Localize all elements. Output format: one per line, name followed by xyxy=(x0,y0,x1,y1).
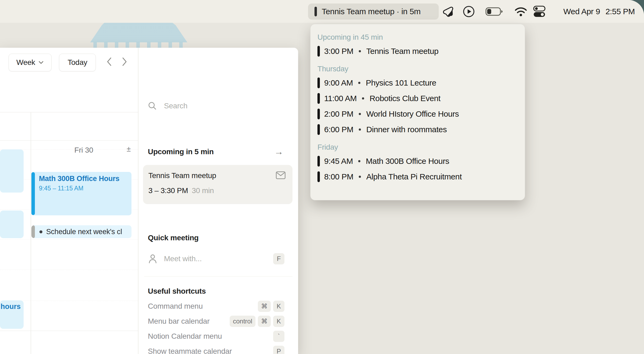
desktop: Tennis Team meetup · in 5m xyxy=(0,0,644,354)
dot-separator-icon xyxy=(359,50,361,52)
hour-gridline xyxy=(0,270,138,270)
menu-bar: Tennis Team meetup · in 5m xyxy=(0,0,644,23)
dot-separator-icon xyxy=(359,113,361,115)
search-icon xyxy=(148,101,157,110)
event-title: Physics 101 Lecture xyxy=(366,78,436,87)
shortcut-keys: control⌘K xyxy=(230,316,284,327)
shortcut-label: Notion Calendar menu xyxy=(148,332,222,341)
panel-event-row[interactable]: 9:00 AMPhysics 101 Lecture xyxy=(317,75,517,91)
next-arrow-button[interactable] xyxy=(118,55,131,68)
shortcut-row[interactable]: Notion Calendar menu` xyxy=(148,329,284,344)
shortcut-row[interactable]: Menu bar calendarcontrol⌘K xyxy=(148,314,284,329)
today-button[interactable]: Today xyxy=(59,54,96,71)
allday-row-bottom-line xyxy=(0,140,138,141)
key-badge: K xyxy=(273,301,284,312)
timezone-adjust-icon[interactable]: ± xyxy=(127,145,131,153)
dot-separator-icon xyxy=(358,82,360,84)
meet-with-placeholder: Meet with... xyxy=(164,255,273,263)
shortcut-row[interactable]: Show teammate calendarP xyxy=(148,344,284,354)
upcoming-section-header: Upcoming in 5 min xyxy=(148,148,214,156)
panel-event-row[interactable]: 2:00 PMWorld HIstory Office Hours xyxy=(317,106,517,122)
panel-section: Friday9:45 AMMath 300B Office Hours8:00 … xyxy=(317,141,517,185)
menubar-calendar-status-item[interactable]: Tennis Team meetup · in 5m xyxy=(308,3,439,20)
key-badge: P xyxy=(273,346,284,354)
dot-separator-icon xyxy=(362,97,364,99)
search-input[interactable]: Search xyxy=(148,101,188,110)
key-badge-f: F xyxy=(273,253,284,264)
calendar-event-partial[interactable]: hours xyxy=(0,300,24,329)
email-icon[interactable] xyxy=(276,171,286,179)
event-time: 9:45 – 11:15 AM xyxy=(39,185,83,192)
key-badge: ⌘ xyxy=(258,316,271,327)
calendar-event-partial[interactable] xyxy=(0,211,24,238)
panel-day-header: Thursday xyxy=(317,63,517,75)
task-dot-icon xyxy=(39,230,42,233)
today-button-label: Today xyxy=(68,58,87,67)
event-time: 6:00 PM xyxy=(324,125,353,134)
event-time: 2:00 PM xyxy=(324,109,353,119)
shortcut-keys: P xyxy=(273,346,284,354)
event-time: 9:45 AM xyxy=(324,157,353,166)
menubar-calendar-dropdown: Upcoming in 45 min3:00 PMTennis Team mee… xyxy=(310,24,525,200)
panel-day-header: Upcoming in 45 min xyxy=(317,31,517,43)
sidebar-section-divider xyxy=(144,276,292,276)
menubar-status-label: Tennis Team meetup · in 5m xyxy=(322,7,421,16)
battery-icon[interactable] xyxy=(485,0,503,23)
key-badge: ⌘ xyxy=(258,301,271,312)
hour-gridline xyxy=(0,331,138,331)
hour-gridline xyxy=(0,239,138,240)
event-title: Alpha Theta Pi Recruitment xyxy=(366,172,462,181)
event-title: Math 300B Office Hours xyxy=(39,175,119,183)
calendar-event-partial[interactable] xyxy=(0,149,24,193)
view-selector-button[interactable]: Week xyxy=(9,54,52,71)
event-bar-icon xyxy=(314,7,317,16)
task-title: Schedule next week's cl xyxy=(46,228,122,236)
person-icon xyxy=(148,254,157,263)
event-bar-icon xyxy=(317,171,320,182)
dot-separator-icon xyxy=(359,176,361,178)
now-playing-icon[interactable] xyxy=(462,0,475,23)
event-bar-icon xyxy=(317,124,320,135)
panel-event-row[interactable]: 3:00 PMTennis Team meetup xyxy=(317,43,517,59)
event-bar-icon xyxy=(317,109,320,119)
event-title: Math 300B Office Hours xyxy=(366,157,449,166)
panel-section: Thursday9:00 AMPhysics 101 Lecture11:00 … xyxy=(317,63,517,137)
chevron-down-icon xyxy=(38,61,44,64)
calendar-event-math-office-hours[interactable]: Math 300B Office Hours 9:45 – 11:15 AM xyxy=(31,172,131,215)
dot-separator-icon xyxy=(358,160,360,162)
upcoming-event-title: Tennis Team meetup xyxy=(148,171,216,180)
event-title: Tennis Team meetup xyxy=(366,47,438,56)
allday-row-top-line xyxy=(0,112,138,112)
meet-with-input[interactable]: Meet with... F xyxy=(148,253,284,264)
shortcut-keys: ⌘K xyxy=(258,301,284,312)
key-badge: ` xyxy=(273,331,284,342)
upcoming-event-card[interactable]: Tennis Team meetup 3 – 3:30 PM 30 min xyxy=(143,165,292,204)
event-title: Dinner with roommates xyxy=(366,125,447,134)
menubar-date: Wed Apr 9 xyxy=(564,7,600,16)
event-color-bar xyxy=(31,172,35,215)
task-color-bar xyxy=(31,225,35,238)
shortcut-label: Show teammate calendar xyxy=(148,347,232,354)
shortcut-row[interactable]: Command menu⌘K xyxy=(148,299,284,314)
upcoming-event-duration: 30 min xyxy=(192,186,214,195)
wifi-icon[interactable] xyxy=(514,0,528,23)
shortcuts-header: Useful shortcuts xyxy=(148,287,206,296)
panel-event-row[interactable]: 9:45 AMMath 300B Office Hours xyxy=(317,153,517,169)
event-bar-icon xyxy=(317,93,320,104)
control-center-icon[interactable] xyxy=(533,0,546,23)
event-title: World HIstory Office Hours xyxy=(366,109,459,119)
panel-event-row[interactable]: 8:00 PMAlpha Theta Pi Recruitment xyxy=(317,169,517,185)
sidebar-divider xyxy=(138,48,138,354)
prev-arrow-button[interactable] xyxy=(103,55,116,68)
day-column-header[interactable]: Fri 30 xyxy=(74,146,93,154)
key-badge: control xyxy=(230,316,255,327)
panel-event-row[interactable]: 11:00 AMRobotics Club Event xyxy=(317,91,517,106)
calendar-task-item[interactable]: Schedule next week's cl xyxy=(31,225,131,238)
event-time: 11:00 AM xyxy=(324,94,357,103)
menubar-clock[interactable]: Wed Apr 9 2:55 PM xyxy=(564,0,635,23)
event-bar-icon xyxy=(317,156,320,167)
panel-section: Upcoming in 45 min3:00 PMTennis Team mee… xyxy=(317,31,517,59)
airplay-icon[interactable] xyxy=(442,0,455,23)
open-event-arrow-icon[interactable]: → xyxy=(274,146,283,157)
panel-event-row[interactable]: 6:00 PMDinner with roommates xyxy=(317,122,517,137)
